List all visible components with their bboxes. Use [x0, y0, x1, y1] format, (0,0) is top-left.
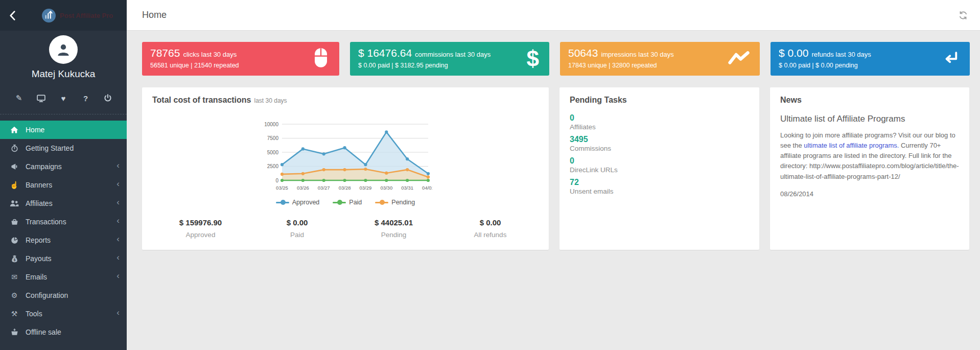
dollar-icon: $ [527, 48, 539, 70]
tools-icon: ⚒ [9, 310, 19, 318]
sidebar-item-campaigns[interactable]: Campaigns ‹ [0, 157, 127, 176]
card-subtext: 17843 unique | 32800 repeated [568, 62, 752, 69]
svg-text:04/01: 04/01 [422, 185, 432, 191]
sidebar-item-banners[interactable]: ☝ Banners ‹ [0, 176, 127, 194]
sidebar-item-transactions[interactable]: Transactions ‹ [0, 213, 127, 231]
svg-text:2500: 2500 [267, 164, 279, 169]
transactions-chart: 02500500075001000003/2503/2603/2703/2803… [259, 118, 432, 206]
task-count[interactable]: 72 [570, 177, 749, 188]
user-profile: Matej Kukucka [0, 35, 127, 80]
summary-paid: $ 0.00 Paid [249, 218, 345, 239]
summary-value: $ 44025.01 [345, 218, 442, 227]
megaphone-icon [9, 163, 19, 170]
chart-legend: ApprovedPaidPending [259, 199, 432, 206]
sidebar-item-home[interactable]: Home [0, 121, 127, 139]
task-label: DirecLink URLs [570, 166, 749, 174]
task-count[interactable]: 3495 [570, 134, 749, 145]
task-count[interactable]: 0 [570, 113, 749, 123]
panel-title: Total cost of transactions [152, 96, 251, 105]
sidebar-item-label: Payouts [26, 254, 52, 263]
basket-icon [9, 218, 19, 225]
card-caption: commissions last 30 days [415, 51, 491, 58]
chart-canvas: 02500500075001000003/2503/2603/2703/2803… [259, 118, 432, 195]
brand-text: Post Affiliate Pro [60, 12, 113, 19]
chevron-left-icon: ‹ [116, 308, 120, 318]
main-area: Home 78765 clicks last 30 days 56 [127, 0, 980, 350]
back-icon[interactable] [9, 10, 20, 21]
sidebar-item-configuration[interactable]: ⚙ Configuration [0, 286, 127, 305]
heartbeat-icon[interactable]: ♥ [59, 94, 68, 103]
refresh-icon[interactable] [959, 11, 968, 20]
avatar[interactable] [49, 35, 78, 64]
summary-label: All refunds [442, 231, 539, 239]
svg-text:10000: 10000 [264, 122, 278, 127]
sidebar-item-tools[interactable]: ⚒ Tools ‹ [0, 305, 127, 323]
pending-tasks-list: 0 Affiliates 3495 Commissions 0 DirecLin… [570, 113, 749, 195]
commissions-card[interactable]: $ 16476.64 commissions last 30 days $ 0.… [350, 42, 549, 76]
card-caption: refunds last 30 days [811, 51, 871, 58]
sidebar-item-label: Affiliates [26, 199, 53, 207]
page-title: Home [142, 10, 167, 20]
mouse-icon [313, 47, 329, 71]
panel-subtitle: last 30 days [254, 97, 287, 104]
news-link[interactable]: ultimate list of affiliate programs. [804, 142, 899, 149]
sidebar: Post Affiliate Pro Matej Kukucka ✎ ♥ ? [0, 0, 127, 350]
sidebar-item-payouts[interactable]: $ Payouts ‹ [0, 249, 127, 268]
task-label: Commissions [570, 145, 749, 152]
sidebar-nav: Home Getting Started Campaigns ‹ ☝ Banne… [0, 121, 127, 341]
transactions-summary: $ 159976.90 Approved $ 0.00 Paid $ 44025… [152, 218, 539, 239]
panel-title: Pending Tasks [570, 96, 749, 105]
legend-item[interactable]: Paid [333, 199, 362, 206]
sidebar-item-label: Reports [26, 236, 51, 244]
card-caption: clicks last 30 days [183, 51, 237, 58]
task-label: Unsent emails [570, 188, 749, 195]
pencil-icon[interactable]: ✎ [14, 94, 24, 103]
hand-pointer-icon: ☝ [9, 181, 19, 189]
money-bag-icon: $ [9, 255, 19, 263]
sidebar-item-label: Configuration [26, 291, 68, 299]
chevron-left-icon: ‹ [116, 160, 120, 171]
chevron-left-icon: ‹ [116, 179, 120, 189]
quick-icons-row: ✎ ♥ ? [0, 94, 127, 103]
refunds-card[interactable]: $ 0.00 refunds last 30 days $ 0.00 paid … [771, 42, 970, 76]
sidebar-item-getting-started[interactable]: Getting Started [0, 139, 127, 157]
sidebar-item-reports[interactable]: Reports ‹ [0, 231, 127, 249]
monitor-icon[interactable] [37, 94, 46, 103]
chevron-left-icon: ‹ [116, 197, 120, 207]
clicks-card[interactable]: 78765 clicks last 30 days 56581 unique |… [142, 42, 339, 76]
sidebar-item-affiliates[interactable]: Affiliates ‹ [0, 194, 127, 213]
summary-label: Paid [249, 231, 345, 239]
svg-text:03/26: 03/26 [297, 185, 309, 191]
chevron-left-icon: ‹ [116, 271, 120, 281]
user-name: Matej Kukucka [0, 68, 127, 80]
pie-chart-icon [9, 237, 19, 244]
transactions-panel: Total cost of transactions last 30 days … [142, 87, 549, 250]
sidebar-item-emails[interactable]: ✉ Emails ‹ [0, 268, 127, 286]
gear-icon: ⚙ [9, 291, 19, 299]
legend-label: Approved [292, 199, 320, 206]
sidebar-divider [0, 114, 127, 114]
sidebar-item-offline-sale[interactable]: Offline sale [0, 323, 127, 341]
sidebar-item-label: Home [26, 126, 44, 134]
card-subtext: $ 0.00 paid | $ 0.00 pending [779, 62, 962, 69]
summary-value: $ 0.00 [442, 218, 539, 227]
users-icon [9, 200, 19, 207]
svg-text:03/30: 03/30 [380, 185, 392, 191]
power-icon[interactable] [103, 94, 112, 103]
impressions-card[interactable]: 50643 impressions last 30 days 17843 uni… [560, 42, 760, 76]
task-count[interactable]: 0 [570, 156, 749, 166]
question-icon[interactable]: ? [81, 94, 90, 103]
svg-text:03/27: 03/27 [318, 185, 330, 191]
legend-swatch [375, 200, 388, 205]
news-body: Looking to join more affiliate programs?… [780, 130, 959, 182]
sidebar-item-label: Offline sale [26, 328, 61, 336]
summary-label: Approved [152, 231, 249, 239]
card-value: 50643 [568, 47, 598, 59]
legend-label: Paid [349, 199, 362, 206]
svg-text:03/31: 03/31 [401, 185, 413, 191]
dashboard-page: Post Affiliate Pro Matej Kukucka ✎ ♥ ? [0, 0, 980, 350]
legend-item[interactable]: Approved [276, 199, 320, 206]
chevron-left-icon: ‹ [116, 252, 120, 263]
svg-text:0: 0 [275, 178, 278, 183]
legend-item[interactable]: Pending [375, 199, 415, 206]
